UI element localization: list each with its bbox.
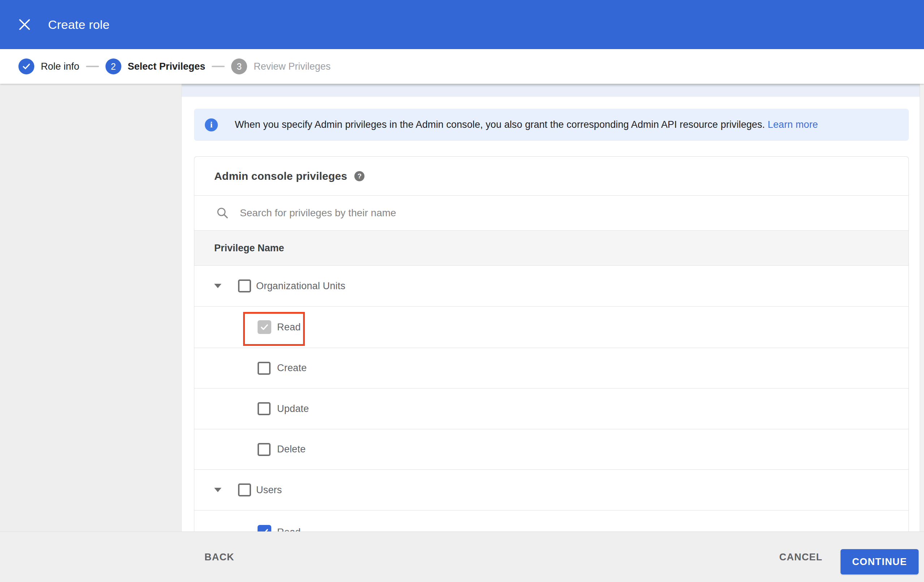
info-icon: i (205, 119, 218, 132)
privilege-label: Users (256, 485, 282, 496)
cancel-button[interactable]: CANCEL (779, 532, 822, 582)
search-row (194, 196, 909, 230)
column-header-privilege-name: Privilege Name (214, 242, 284, 254)
table-row-organizational-units: Organizational Units (194, 266, 909, 307)
step3-label: Review Privileges (254, 61, 330, 72)
scrollbar[interactable] (920, 84, 924, 531)
privilege-table: Organizational UnitsReadCreateUpdateDele… (194, 266, 909, 531)
checkbox-create[interactable] (257, 362, 271, 375)
step2-number: 2 (106, 58, 121, 74)
continue-button[interactable]: CONTINUE (841, 549, 919, 574)
step-dash (86, 66, 99, 67)
table-row-users: Users (194, 470, 909, 511)
privilege-label: Organizational Units (256, 280, 345, 292)
checkbox-update[interactable] (257, 402, 271, 415)
checkbox-read[interactable] (257, 320, 271, 334)
search-input[interactable] (240, 207, 854, 219)
stepper: Role info 2 Select Privileges 3 Review P… (0, 49, 924, 84)
table-row-delete: Delete (194, 429, 909, 470)
app-header: Create role (0, 0, 924, 49)
left-gutter (0, 84, 182, 531)
expander-arrow-icon[interactable] (214, 284, 221, 288)
step-select-privileges[interactable]: 2 Select Privileges (106, 58, 206, 74)
footer-bar: BACK CANCEL CONTINUE (0, 531, 924, 582)
checkbox-read[interactable] (257, 525, 271, 531)
privilege-label: Delete (277, 444, 305, 455)
step2-label: Select Privileges (128, 61, 206, 72)
page-title: Create role (48, 0, 109, 49)
learn-more-link[interactable]: Learn more (767, 119, 818, 130)
create-role-dialog: Create role Role info 2 Select Privilege… (0, 0, 924, 582)
table-row-update: Update (194, 389, 909, 429)
info-banner-text: When you specify Admin privileges in the… (235, 119, 818, 130)
checkbox-users[interactable] (238, 483, 251, 496)
privileges-card: Admin console privileges ? Privilege Nam… (194, 156, 909, 531)
step-role-info[interactable]: Role info (18, 58, 79, 74)
step-dash (212, 66, 225, 67)
back-button[interactable]: BACK (205, 532, 234, 582)
checkbox-organizational-units[interactable] (238, 279, 251, 292)
card-heading-row: Admin console privileges ? (194, 157, 909, 196)
privilege-label: Read (277, 322, 300, 333)
close-icon[interactable] (16, 16, 33, 33)
expander-arrow-icon[interactable] (214, 488, 221, 492)
checkbox-delete[interactable] (257, 443, 271, 456)
scroll-shadow (182, 84, 920, 87)
search-icon (216, 206, 229, 219)
help-icon[interactable]: ? (354, 171, 365, 181)
privilege-label: Create (277, 363, 307, 374)
table-row-read: Read (194, 511, 909, 531)
table-row-create: Create (194, 348, 909, 389)
table-header-row: Privilege Name (194, 230, 909, 266)
x-glyph (18, 18, 31, 31)
step1-label: Role info (41, 61, 79, 72)
card-title: Admin console privileges (214, 170, 347, 182)
step1-check-icon (18, 58, 34, 74)
info-banner: i When you specify Admin privileges in t… (194, 109, 909, 141)
table-row-read: Read (194, 307, 909, 348)
step-review-privileges: 3 Review Privileges (231, 58, 330, 74)
main-content: i When you specify Admin privileges in t… (0, 84, 924, 531)
privilege-label: Update (277, 403, 309, 414)
info-banner-message: When you specify Admin privileges in the… (235, 119, 765, 130)
step3-number: 3 (231, 58, 247, 74)
privilege-label: Read (277, 527, 300, 531)
